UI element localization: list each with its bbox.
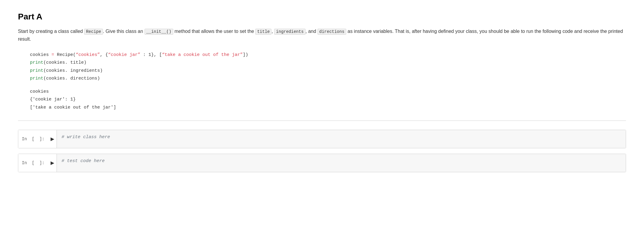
cell-2-label-text: In [ ]: [22, 161, 45, 165]
run-icon-1: ▶ [51, 136, 54, 142]
code-line-1: cookies = Recipe(“cookies”, {“cookie jar… [30, 51, 626, 59]
directions-var-code: directions [318, 29, 346, 35]
cell-1-label: In [ ]: [18, 130, 48, 148]
cell-1-input[interactable]: # write class here [57, 130, 626, 148]
desc-part3: method that allows the user to set the [173, 29, 256, 34]
code-line-2: print(cookies. title) [30, 59, 626, 67]
code-line-4: print(cookies. directions) [30, 75, 626, 83]
cell-2-run-button[interactable]: ▶ [48, 154, 57, 172]
section-divider [18, 120, 626, 121]
desc-comma2: , and [306, 29, 316, 34]
output-line-1: cookies [30, 88, 626, 96]
code-example-block: cookies = Recipe(“cookies”, {“cookie jar… [18, 51, 626, 83]
description-paragraph: Start by creating a class called Recipe.… [18, 28, 626, 43]
ingredients-var-code: ingredients [274, 29, 305, 35]
desc-part1: Start by creating a class called [18, 29, 84, 34]
output-block: cookies {'cookie jar': 1} ['take a cooki… [18, 88, 626, 112]
recipe-class-code: Recipe [84, 29, 103, 35]
desc-comma1: , [271, 29, 273, 34]
cell-1-label-text: In [ ]: [22, 137, 45, 141]
init-method-code: __init__() [145, 29, 173, 35]
title-var-code: title [255, 29, 271, 35]
cell-2-input[interactable]: # test code here [57, 154, 626, 172]
cell-2-label: In [ ]: [18, 154, 48, 172]
cell-test-code: In [ ]: ▶ # test code here [18, 154, 626, 172]
page-title: Part A [18, 12, 626, 22]
output-line-2: {'cookie jar': 1} [30, 96, 626, 103]
cell-write-class: In [ ]: ▶ # write class here [18, 130, 626, 148]
desc-part2: . Give this class an [103, 29, 145, 34]
cell-1-run-button[interactable]: ▶ [48, 130, 57, 148]
output-line-3: ['take a cookie out of the jar'] [30, 104, 626, 112]
run-icon-2: ▶ [51, 160, 54, 166]
code-line-3: print(cookies. ingredients) [30, 67, 626, 75]
